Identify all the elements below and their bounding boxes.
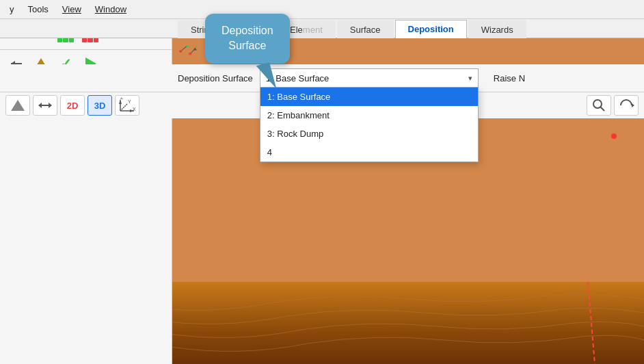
flip-view-button[interactable] bbox=[33, 95, 57, 116]
tab-surface[interactable]: Surface bbox=[337, 21, 394, 38]
surface-option-2[interactable]: 2: Embankment bbox=[260, 106, 478, 125]
surface-dropdown-wrapper: 1: Base Surface ▾ 1: Base Surface 2: Emb… bbox=[260, 68, 479, 88]
deposition-surface-row: Deposition Surface 1: Base Surface ▾ 1: … bbox=[0, 64, 644, 92]
balloon-line1: Deposition bbox=[222, 23, 273, 38]
svg-marker-22 bbox=[119, 100, 122, 104]
surface-dropdown-value: 1: Base Surface bbox=[266, 73, 330, 83]
deposition-surface-label: Deposition Surface bbox=[178, 73, 253, 83]
tab-wizards[interactable]: Wizards bbox=[468, 21, 526, 38]
2d-view-button[interactable]: 2D bbox=[60, 95, 85, 116]
rotate-icon bbox=[618, 97, 634, 114]
surface-option-1[interactable]: 1: Base Surface bbox=[260, 88, 478, 106]
surface-option-3[interactable]: 3: Rock Dump bbox=[260, 125, 478, 143]
menu-item-window[interactable]: Window bbox=[88, 2, 133, 16]
3d-view-button[interactable]: 3D bbox=[88, 95, 112, 116]
surface-option-4[interactable]: 4 bbox=[260, 143, 478, 161]
flip-icon bbox=[37, 99, 53, 112]
magnify-button[interactable] bbox=[587, 95, 611, 116]
toolbar-icon-row: + + bbox=[0, 38, 644, 64]
svg-marker-26 bbox=[632, 103, 634, 107]
menu-bar: y Tools View Window bbox=[0, 0, 644, 19]
red-dot-indicator bbox=[611, 133, 617, 139]
surface-dropdown-list: 1: Base Surface 2: Embankment 3: Rock Du… bbox=[260, 88, 479, 162]
svg-line-25 bbox=[600, 107, 604, 111]
magnify-icon bbox=[591, 97, 607, 114]
menu-item-y[interactable]: y bbox=[3, 2, 21, 16]
svg-marker-14 bbox=[38, 103, 42, 108]
tab-deposition[interactable]: Deposition bbox=[395, 20, 467, 38]
terrain-icon bbox=[10, 99, 26, 112]
terrain-view-button[interactable] bbox=[5, 95, 30, 116]
surface-dropdown[interactable]: 1: Base Surface ▾ bbox=[260, 68, 479, 88]
axes-icon: X Z Y bbox=[118, 97, 137, 114]
svg-text:Z: Z bbox=[120, 97, 124, 100]
3d-label: 3D bbox=[94, 101, 106, 111]
axes-button[interactable]: X Z Y bbox=[115, 95, 139, 116]
menu-item-tools[interactable]: Tools bbox=[21, 2, 55, 16]
svg-marker-15 bbox=[49, 103, 52, 108]
svg-line-18 bbox=[120, 104, 127, 111]
svg-text:+: + bbox=[195, 44, 197, 49]
svg-marker-12 bbox=[11, 100, 25, 111]
menu-item-view[interactable]: View bbox=[55, 2, 88, 16]
tooltip-balloon: Deposition Surface bbox=[205, 14, 290, 64]
svg-text:Y: Y bbox=[128, 99, 131, 104]
svg-line-5 bbox=[182, 47, 187, 51]
svg-text:+: + bbox=[188, 44, 190, 49]
main-toolbar: String Node Element Surface Deposition W… bbox=[0, 19, 644, 118]
raise-n-label: Raise N bbox=[485, 73, 525, 83]
balloon-body: Deposition Surface bbox=[205, 14, 290, 64]
node-tool-1[interactable]: + + bbox=[178, 42, 197, 61]
balloon-line2: Surface bbox=[222, 38, 273, 53]
tab-bar: String Node Element Surface Deposition W… bbox=[0, 19, 644, 38]
rotate-button[interactable] bbox=[614, 95, 639, 116]
node-arrow-green-icon: + + bbox=[178, 41, 197, 62]
dropdown-arrow-icon: ▾ bbox=[468, 74, 472, 83]
2d-label: 2D bbox=[67, 101, 79, 111]
